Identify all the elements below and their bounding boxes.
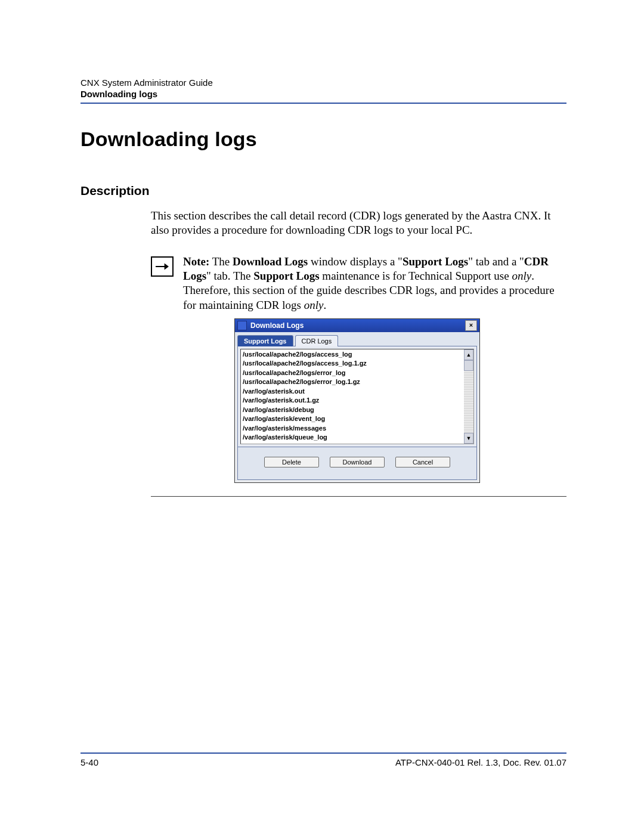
list-item[interactable]: /usr/local/apache2/logs/error_log.1.gz xyxy=(243,377,464,387)
footer-rule xyxy=(80,753,566,754)
page-title: Downloading logs xyxy=(80,128,566,151)
running-header-guide: CNX System Administrator Guide xyxy=(80,78,566,88)
window-titlebar[interactable]: Download Logs × xyxy=(235,319,479,332)
list-item[interactable]: /var/log/asterisk/debug xyxy=(243,405,464,415)
list-item[interactable]: /usr/local/apache2/logs/error_log xyxy=(243,368,464,378)
list-item[interactable]: /var/log/asterisk/messages xyxy=(243,424,464,433)
delete-button[interactable]: Delete xyxy=(264,457,319,467)
window-title: Download Logs xyxy=(250,321,465,330)
cancel-button[interactable]: Cancel xyxy=(395,457,450,467)
list-item[interactable]: /var/log/asterisk/queue_log xyxy=(243,433,464,442)
vertical-scrollbar[interactable]: ▲ ▼ xyxy=(464,349,473,444)
download-logs-window: Download Logs × Support Logs CDR Logs /u… xyxy=(234,318,480,483)
list-item[interactable]: /usr/local/apache2/logs/access_log xyxy=(243,350,464,360)
list-item[interactable]: /var/log/asterisk.out xyxy=(243,387,464,397)
list-item[interactable]: /var/log/asterisk.out.1.gz xyxy=(243,396,464,405)
scroll-down-icon[interactable]: ▼ xyxy=(464,433,473,444)
arrow-right-icon xyxy=(151,256,174,277)
section-end-rule xyxy=(151,496,566,497)
header-rule xyxy=(80,103,566,104)
running-header-section: Downloading logs xyxy=(80,89,566,99)
note-block: Note: The Download Logs window displays … xyxy=(151,255,566,312)
app-icon xyxy=(237,321,247,330)
tab-strip: Support Logs CDR Logs xyxy=(235,332,479,346)
list-item[interactable]: /var/log/asterisk/event_log xyxy=(243,414,464,424)
list-item[interactable]: /usr/local/apache2/logs/access_log.1.gz xyxy=(243,359,464,368)
scroll-track[interactable] xyxy=(464,371,473,433)
description-heading: Description xyxy=(80,184,566,198)
note-prefix: Note: xyxy=(183,255,209,268)
list-panel: /usr/local/apache2/logs/access_log /usr/… xyxy=(237,346,477,447)
page-number: 5-40 xyxy=(80,757,98,767)
button-row: Delete Download Cancel xyxy=(237,447,477,480)
close-button[interactable]: × xyxy=(465,320,477,331)
log-list[interactable]: /usr/local/apache2/logs/access_log /usr/… xyxy=(241,349,464,444)
scroll-thumb[interactable] xyxy=(464,360,473,371)
doc-revision: ATP-CNX-040-01 Rel. 1.3, Doc. Rev. 01.07 xyxy=(395,757,566,767)
note-text: Note: The Download Logs window displays … xyxy=(183,255,566,312)
description-paragraph: This section describes the call detail r… xyxy=(151,209,566,238)
page-footer: 5-40 ATP-CNX-040-01 Rel. 1.3, Doc. Rev. … xyxy=(80,753,566,767)
download-button[interactable]: Download xyxy=(330,457,385,467)
tab-support-logs[interactable]: Support Logs xyxy=(237,335,293,346)
scroll-up-icon[interactable]: ▲ xyxy=(464,349,473,360)
tab-cdr-logs[interactable]: CDR Logs xyxy=(295,335,339,346)
